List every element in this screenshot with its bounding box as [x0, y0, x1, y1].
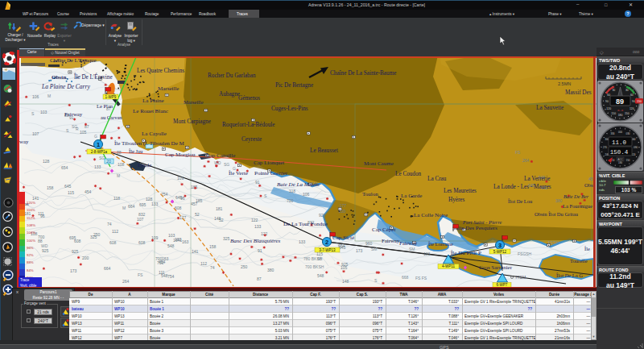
svg-text:60: 60	[630, 93, 634, 97]
svg-text:150: 150	[625, 159, 630, 162]
svg-text:Île De L'Érevine: Île De L'Érevine	[74, 73, 113, 81]
svg-text:128: 128	[43, 159, 50, 164]
svg-text:120: 120	[630, 107, 634, 110]
svg-text:1: 1	[97, 141, 100, 148]
svg-text:180: 180	[618, 114, 623, 117]
svg-text:Cap Canaille: Cap Canaille	[206, 152, 235, 159]
svg-text:Fort Saint - Pierre: Fort Saint - Pierre	[462, 219, 502, 225]
svg-text:645: 645	[64, 184, 72, 189]
svg-text:8.8: 8.8	[617, 109, 624, 112]
svg-text:Le Rouet Blanc: Le Rouet Blanc	[133, 108, 168, 114]
svg-text:SM: SM	[409, 247, 415, 251]
svg-text:Île Du Petit P: Île Du Petit P	[451, 250, 481, 256]
svg-text:WD: WD	[214, 160, 221, 165]
svg-text:La Sauvette: La Sauvette	[536, 105, 564, 111]
svg-text:2: 2	[325, 239, 328, 246]
svg-text:Îlot De La G: Îlot De La G	[556, 272, 583, 278]
svg-text:Chaîne De La Sainte-Baume: Chaîne De La Sainte-Baume	[330, 70, 396, 77]
svg-text:Île: Île	[584, 246, 590, 251]
svg-text:270: 270	[603, 146, 607, 149]
svg-text:Aubagne: Aubagne	[219, 91, 240, 98]
svg-text:330: 330	[610, 132, 614, 135]
svg-text:Marseille: Marseille	[184, 99, 204, 105]
svg-text:Obstn Îlot Du Gritau: Obstn Îlot Du Gritau	[535, 211, 579, 217]
svg-text:au Carvan: au Carvan	[101, 114, 122, 120]
svg-text:Le Beausset: Le Beausset	[310, 147, 338, 154]
svg-text:30: 30	[625, 89, 629, 92]
svg-text:Baie De Ber: Baie De Ber	[564, 193, 589, 199]
svg-text:457: 457	[191, 202, 198, 206]
svg-text:4-WP11: 4-WP11	[442, 264, 455, 268]
svg-text:141: 141	[192, 249, 199, 254]
svg-text:1-WP9: 1-WP9	[105, 95, 117, 99]
svg-text:La Crau: La Crau	[427, 176, 447, 182]
svg-text:way: way	[19, 139, 29, 144]
svg-text:150: 150	[611, 112, 616, 115]
svg-text:700 BKSH: 700 BKSH	[305, 264, 324, 269]
svg-text:Obstn.: Obstn.	[52, 74, 68, 81]
svg-text:118: 118	[114, 196, 120, 201]
svg-text:Tourelle: Tourelle	[570, 258, 588, 264]
svg-text:Fairway: Fairway	[382, 238, 400, 243]
svg-text:Toulon: Toulon	[362, 191, 378, 197]
svg-text:380: 380	[555, 198, 563, 203]
svg-text:112: 112	[112, 229, 118, 234]
svg-text:Cap Lionquet: Cap Lionquet	[254, 160, 284, 166]
svg-text:R: R	[76, 127, 79, 131]
svg-text:FS: FS	[138, 272, 143, 277]
svg-text:Pointe Grenier: Pointe Grenier	[254, 170, 288, 177]
svg-text:Le Coudon: Le Coudon	[395, 171, 422, 177]
svg-text:Rocher Du Garlaban: Rocher Du Garlaban	[208, 73, 256, 79]
svg-text:325: 325	[90, 235, 97, 239]
svg-text:87: 87	[257, 276, 262, 281]
svg-text:106: 106	[303, 192, 310, 197]
svg-text:608: 608	[175, 206, 182, 210]
svg-text:264: 264	[522, 158, 530, 163]
svg-text:Ceyreste: Ceyreste	[242, 136, 262, 143]
svg-text:20: 20	[106, 159, 111, 164]
svg-text:2.5MN: 2.5MN	[558, 81, 571, 86]
svg-text:Mont Caume: Mont Caume	[364, 160, 394, 167]
svg-text:780 BKSH: 780 BKSH	[303, 256, 323, 261]
svg-text:133: 133	[299, 239, 306, 244]
svg-text:128: 128	[146, 197, 153, 202]
svg-text:11.0: 11.0	[612, 139, 627, 146]
svg-text:548: 548	[317, 273, 324, 278]
svg-text:Fairway: Fairway	[64, 111, 83, 117]
svg-text:654: 654	[61, 165, 68, 170]
svg-text:832: 832	[138, 212, 146, 217]
svg-text:Massif Des: Massif Des	[565, 89, 592, 96]
svg-text:2-8-WP1a: 2-8-WP1a	[91, 150, 108, 154]
svg-text:454: 454	[85, 189, 92, 194]
svg-text:SG: SG	[99, 156, 105, 160]
svg-text:700: 700	[287, 198, 294, 203]
svg-text:Fairway: Fairway	[399, 240, 418, 246]
svg-text:Salin Des Pesquiers: Salin Des Pesquiers	[452, 225, 497, 231]
svg-text:177: 177	[340, 203, 347, 208]
svg-text:FS FS: FS FS	[415, 276, 427, 280]
svg-text:150: 150	[637, 100, 642, 103]
svg-text:115: 115	[68, 190, 74, 195]
svg-text:5-WP12: 5-WP12	[493, 250, 507, 254]
svg-text:150.4: 150.4	[610, 149, 629, 156]
svg-text:Gros Sarranier: Gros Sarranier	[479, 264, 513, 271]
svg-text:La Verrerie: La Verrerie	[524, 176, 550, 182]
svg-text:ACC: ACC	[617, 158, 623, 161]
svg-text:M: M	[47, 93, 51, 98]
svg-text:108: 108	[118, 162, 125, 167]
svg-text:Marseille: Marseille	[158, 85, 179, 92]
svg-text:133: 133	[254, 224, 262, 229]
svg-text:FSSH: FSSH	[548, 240, 559, 245]
svg-text:Banc Des Blauquières: Banc Des Blauquières	[230, 238, 281, 244]
svg-text:158: 158	[47, 185, 54, 190]
svg-text:La Plaine De Carry: La Plaine De Carry	[41, 83, 90, 90]
svg-text:De La Tour Fondue: De La Tour Fondue	[283, 221, 328, 227]
svg-text:645: 645	[339, 245, 346, 250]
svg-text:700: 700	[157, 260, 164, 265]
svg-text:Hyères: Hyères	[448, 197, 465, 203]
svg-text:177: 177	[180, 215, 187, 220]
svg-text:173: 173	[356, 248, 363, 253]
svg-text:Cuges-Les-Pins: Cuges-Les-Pins	[271, 106, 308, 112]
svg-text:264: 264	[122, 279, 130, 284]
svg-text:La Garde: La Garde	[401, 193, 422, 199]
